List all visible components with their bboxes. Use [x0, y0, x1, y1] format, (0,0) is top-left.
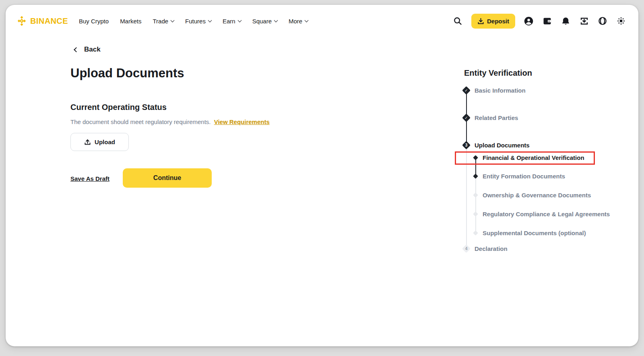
nav-futures[interactable]: Futures	[185, 18, 211, 25]
top-nav: BINANCE Buy Crypto Markets Trade Futures…	[6, 5, 638, 37]
back-label: Back	[84, 46, 101, 54]
nav-square[interactable]: Square	[252, 18, 277, 25]
asset-transfer-icon[interactable]	[579, 16, 589, 26]
upload-button[interactable]: Upload	[70, 133, 129, 151]
description-text: The document should meet regulatory requ…	[70, 118, 211, 125]
save-as-draft-link[interactable]: Save As Draft	[70, 175, 109, 182]
substep-diamond-icon	[473, 230, 478, 236]
step-basic-information[interactable]: Basic Information	[475, 87, 526, 95]
primary-nav: Buy Crypto Markets Trade Futures Earn Sq…	[79, 18, 308, 25]
app-window: BINANCE Buy Crypto Markets Trade Futures…	[6, 5, 638, 346]
section-description: The document should meet regulatory requ…	[70, 118, 270, 125]
stepper-title: Entity Verification	[464, 68, 532, 78]
substep-diamond-icon	[473, 192, 478, 198]
deposit-download-icon	[477, 18, 484, 25]
nav-more[interactable]: More	[289, 18, 308, 25]
nav-earn[interactable]: Earn	[223, 18, 241, 25]
step-declaration[interactable]: Declaration	[475, 245, 508, 253]
view-requirements-link[interactable]: View Requirements	[214, 118, 270, 125]
substep-financial-operational-verification[interactable]: Financial & Operational Verification	[483, 154, 584, 162]
substep-diamond-icon	[473, 174, 478, 179]
upload-icon	[84, 139, 91, 145]
chevron-down-icon	[171, 18, 175, 22]
chevron-down-icon	[305, 18, 309, 22]
substep-ownership-governance-documents[interactable]: Ownership & Governance Documents	[483, 191, 591, 199]
nav-buy-crypto[interactable]: Buy Crypto	[79, 18, 109, 25]
brand-name: BINANCE	[30, 17, 68, 26]
step-upload-documents[interactable]: Upload Documents	[475, 141, 530, 149]
entity-verification-stepper: Entity Verification ✓ ✓ 3 4 Basic Inform…	[454, 66, 609, 276]
chevron-down-icon	[274, 18, 278, 22]
nav-trade[interactable]: Trade	[153, 18, 174, 25]
deposit-button[interactable]: Deposit	[471, 14, 515, 29]
back-button[interactable]: Back	[74, 46, 101, 54]
wallet-icon[interactable]	[542, 16, 552, 26]
substep-regulatory-compliance-legal-agreements[interactable]: Regulatory Compliance & Legal Agreements	[483, 210, 610, 218]
continue-button[interactable]: Continue	[123, 168, 212, 188]
binance-logo[interactable]: BINANCE	[16, 15, 68, 27]
step-marker-number: 3	[462, 141, 471, 149]
chevron-down-icon	[208, 18, 212, 22]
substep-diamond-icon	[473, 211, 478, 217]
substep-diamond-icon	[473, 155, 478, 160]
section-heading: Current Operating Status	[70, 103, 167, 112]
stepper-line	[466, 145, 467, 249]
step-related-parties[interactable]: Related Parties	[475, 114, 518, 122]
globe-language-icon[interactable]	[597, 16, 608, 26]
substep-supplemental-documents[interactable]: Supplemental Documents (optional)	[483, 229, 586, 237]
nav-utilities: Deposit	[453, 14, 626, 29]
chevron-down-icon	[237, 18, 242, 22]
substep-line	[475, 176, 476, 233]
notification-bell-icon[interactable]	[560, 16, 571, 26]
search-icon[interactable]	[453, 16, 463, 26]
step-marker-check-icon: ✓	[462, 114, 471, 122]
theme-toggle-icon[interactable]	[616, 16, 626, 26]
step-marker-check-icon: ✓	[462, 86, 471, 95]
substep-entity-formation-documents[interactable]: Entity Formation Documents	[483, 172, 565, 180]
step-marker-number: 4	[462, 244, 471, 253]
page-title: Upload Documents	[70, 66, 184, 81]
account-icon[interactable]	[523, 16, 534, 26]
nav-markets[interactable]: Markets	[120, 18, 141, 25]
binance-logo-icon	[16, 15, 27, 27]
chevron-left-icon	[74, 47, 79, 52]
